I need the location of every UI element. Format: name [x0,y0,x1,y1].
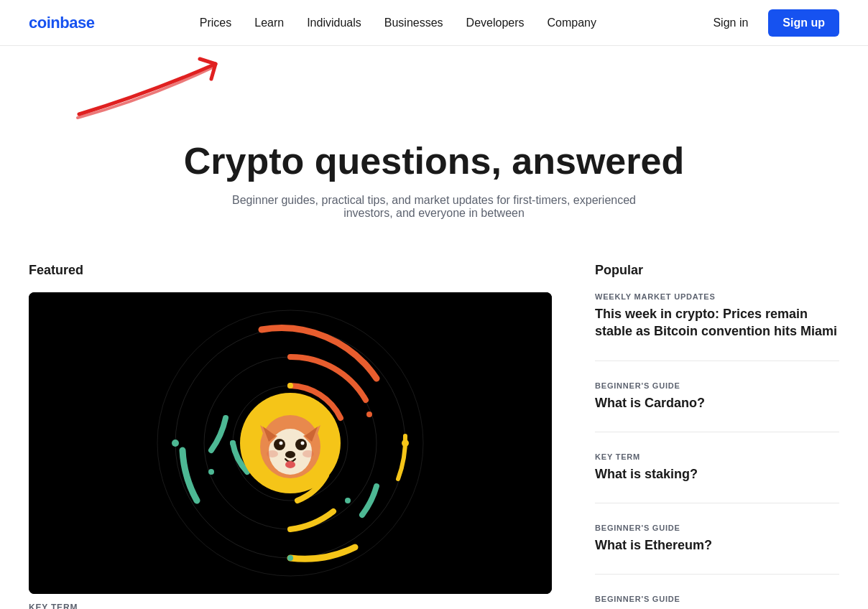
svg-point-8 [208,469,214,475]
doge-illustration [29,292,552,594]
arrow-annotation [0,46,868,125]
navbar: coinbase Prices Learn Individuals Busine… [0,0,868,46]
svg-point-19 [295,439,307,450]
svg-point-20 [280,442,283,445]
coinbase-logo[interactable]: coinbase [29,14,94,32]
nav-businesses[interactable]: Businesses [384,17,443,29]
svg-point-18 [274,439,285,450]
svg-point-4 [287,383,293,389]
svg-point-23 [285,461,295,468]
shiba-inu-svg [247,400,333,486]
popular-item: BEGINNER'S GUIDEWho is Satoshi Nakamoto? [595,595,839,609]
red-arrow-svg [72,46,302,125]
svg-point-25 [303,450,314,457]
hero-title: Crypto questions, answered [29,139,839,182]
popular-article-tag: BEGINNER'S GUIDE [595,524,839,532]
svg-point-9 [287,555,293,561]
orbit-container [154,307,427,580]
featured-article-tag: KEY TERM [29,603,552,609]
featured-section: Featured [29,263,552,609]
svg-point-10 [402,440,409,447]
hero-section: Crypto questions, answered Beginner guid… [0,125,868,263]
popular-item: BEGINNER'S GUIDEWhat is Ethereum? [595,524,839,575]
featured-heading: Featured [29,263,552,278]
signin-button[interactable]: Sign in [701,11,760,35]
popular-article-title[interactable]: What is Cardano? [595,394,839,412]
popular-item: WEEKLY MARKET UPDATESThis week in crypto… [595,292,839,361]
popular-article-title[interactable]: What is Ethereum? [595,536,839,554]
svg-point-22 [285,451,295,458]
doge-center [240,393,341,493]
nav-actions: Sign in Sign up [701,9,839,37]
popular-article-title[interactable]: This week in crypto: Prices remain stabl… [595,305,839,340]
nav-learn[interactable]: Learn [254,17,284,29]
popular-article-tag: KEY TERM [595,452,839,461]
nav-company[interactable]: Company [548,17,596,29]
signup-button[interactable]: Sign up [768,9,839,37]
popular-heading: Popular [595,263,839,278]
svg-point-5 [345,498,351,503]
popular-article-title[interactable]: What is staking? [595,465,839,483]
nav-individuals[interactable]: Individuals [307,17,361,29]
svg-point-24 [267,450,278,457]
nav-links: Prices Learn Individuals Businesses Deve… [200,17,596,29]
nav-developers[interactable]: Developers [466,17,525,29]
nav-prices[interactable]: Prices [200,17,231,29]
popular-item: BEGINNER'S GUIDEWhat is Cardano? [595,381,839,432]
svg-point-21 [301,442,305,445]
main-content: Featured [0,263,868,609]
popular-item: KEY TERMWhat is staking? [595,452,839,503]
popular-article-tag: WEEKLY MARKET UPDATES [595,292,839,301]
popular-list: WEEKLY MARKET UPDATESThis week in crypto… [595,292,839,609]
svg-point-11 [172,440,179,447]
svg-point-6 [230,440,236,446]
popular-article-tag: BEGINNER'S GUIDE [595,595,839,603]
hero-subtitle: Beginner guides, practical tips, and mar… [218,194,650,220]
popular-section: Popular WEEKLY MARKET UPDATESThis week i… [595,263,839,609]
featured-image[interactable] [29,292,552,594]
popular-article-tag: BEGINNER'S GUIDE [595,381,839,390]
svg-point-7 [366,412,372,417]
